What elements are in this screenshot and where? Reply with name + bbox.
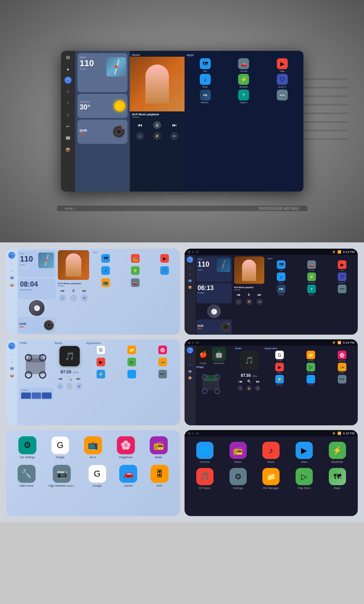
panel1-eq-icon[interactable]: ≡ — [81, 294, 88, 301]
nav-icon[interactable]: ↑ — [64, 99, 72, 107]
eq-icon[interactable]: ≡ — [170, 132, 178, 140]
p2-app-scan[interactable]: 🌸Imagescan — [148, 346, 178, 357]
pd2-search[interactable]: 🔍 — [247, 380, 251, 384]
p1-app-btmusic[interactable]: 🎵BT Music — [151, 266, 179, 277]
pause-button[interactable]: ⏸ — [153, 121, 161, 129]
panel2-apps-icon[interactable]: 📦 — [10, 374, 14, 378]
panel2-dark-nav[interactable]: ↑ — [189, 357, 191, 360]
panel1-dark-prev[interactable]: ⏮ — [237, 293, 240, 297]
panel2-dark-mic[interactable]: 🎤 — [187, 347, 193, 353]
panel2-bt-icon[interactable]: ⚡ — [66, 383, 73, 389]
p3-app-carsettings[interactable]: ⚙ Car Settings — [18, 436, 36, 459]
panel1-dark-home-icon[interactable]: ○ — [192, 250, 194, 254]
panel1-navi-card[interactable]: Navi 110 km/h — [18, 250, 56, 277]
pd3-app-chrome[interactable]: 🌐 Chrome — [196, 442, 213, 463]
bluetooth-icon[interactable]: ⚡ — [153, 132, 161, 140]
p3-app-google2[interactable]: G Google — [88, 465, 106, 487]
p3-app-hdr[interactable]: 📷 High definition recor... — [48, 465, 75, 487]
pd1-app-carinfo[interactable]: 🚗Car Info — [297, 260, 326, 271]
panel1-dark-mic[interactable]: 🎤 — [187, 256, 193, 263]
pd1-app-navi[interactable]: 🗺Navi — [267, 260, 296, 271]
pd2-app-radio[interactable]: 📻Radio — [327, 363, 357, 374]
panel3-home[interactable]: ○ — [192, 432, 194, 435]
pd3-app-radio[interactable]: 📻 Radio — [230, 442, 247, 463]
panel3-back[interactable]: ◁ — [188, 432, 190, 435]
panel1-dark-back-icon[interactable]: ◁ — [188, 250, 190, 254]
layout-bar-3[interactable] — [42, 393, 52, 399]
panel1-pause-btn[interactable]: ⏸ — [72, 289, 75, 293]
panel2-note-icon[interactable]: ♪ — [57, 383, 63, 389]
navi-card[interactable]: Navi 110 km/h — [77, 53, 127, 92]
panel2-dark-music-nav[interactable]: ♪ — [189, 363, 191, 367]
p1-app-carinfo[interactable]: 🚗Car Info — [121, 278, 150, 289]
p3-app-avin[interactable]: 📺 Av In — [84, 436, 102, 459]
panel1-dark-music-nav[interactable]: ♪ — [189, 272, 191, 276]
pd3-app-video[interactable]: ▶ Video — [296, 442, 313, 463]
pd2-app-chrome[interactable]: 🌐Chrome — [296, 375, 326, 386]
panel1-dvr-card[interactable]: DVR REC — [18, 317, 56, 333]
p3-app-google[interactable]: G Google — [51, 436, 69, 459]
pd2-app-more[interactable]: ••• — [327, 375, 357, 386]
pd3-app-playstore[interactable]: ▷ Play Store — [296, 468, 313, 489]
dvr-card[interactable]: DVR REC — [77, 120, 127, 144]
p1-app-avin[interactable]: 📺AV IN — [91, 278, 120, 289]
panel1-prev-btn[interactable]: ⏮ — [61, 289, 65, 293]
panel2-carplay-item[interactable]: 🍎 Carplay — [196, 347, 210, 364]
p2-app-google[interactable]: GGoogle — [86, 346, 116, 357]
p3-app-radio[interactable]: 📻 Radio — [150, 436, 168, 459]
apps-nav-icon[interactable]: 📦 — [64, 145, 72, 154]
panel1-note-icon[interactable]: ♪ — [59, 294, 66, 301]
pd1-app-junsun[interactable]: 🛡Junsun S. — [328, 272, 357, 283]
app-video[interactable]: ▶ Video — [264, 58, 301, 72]
pd3-app-music[interactable]: ♪ Music — [262, 442, 280, 463]
app-toppal[interactable]: T Toppal V. — [225, 90, 262, 104]
pd3-app-maps[interactable]: 🗺 Maps — [329, 468, 346, 489]
p2-app-video[interactable]: ▶Video — [86, 358, 116, 369]
panel1-dark-nav[interactable]: ↑ — [189, 266, 191, 269]
panel2-search-btn[interactable]: 🔍 — [67, 376, 72, 381]
back-icon[interactable]: ↩ — [64, 122, 72, 131]
music-nav-icon[interactable]: ♪ — [64, 110, 72, 119]
pd2-app-play[interactable]: ▷Play Store — [296, 363, 326, 374]
pd2-app-file[interactable]: 📁File Mgr — [296, 351, 326, 362]
p3-app-imagescan[interactable]: 🌸 ImageScan — [117, 436, 135, 459]
p1-app-bt[interactable]: ⚡Bluetooth — [121, 266, 150, 277]
home-icon[interactable]: ⌂ — [64, 87, 72, 95]
p1-app-music[interactable]: ♪Music — [91, 266, 120, 277]
panel2-nav-icon[interactable]: ↑ — [11, 353, 13, 357]
panel2-eq-icon[interactable]: ≡ — [76, 383, 82, 389]
panel2-prev-btn[interactable]: ⏮ — [59, 376, 63, 381]
p3-app-obdhome[interactable]: 🔧 OBD Home — [18, 465, 36, 487]
panel1-nav-icon[interactable]: ↑ — [11, 262, 13, 266]
app-carinfo[interactable]: 🚗 Car Info — [225, 58, 262, 72]
panel1-bt-icon[interactable]: ⚡ — [70, 294, 77, 301]
pd3-app-filemanager[interactable]: 📁 File Manager — [262, 468, 280, 489]
p2-app-playstore[interactable]: ▷Play Store — [117, 358, 147, 369]
panel1-dark-bt2[interactable]: ⚡ — [246, 299, 252, 305]
next-button[interactable]: ⏭ — [172, 122, 177, 128]
power-icon[interactable]: ⏻ — [64, 53, 72, 62]
p3-app-dsp[interactable]: 🎛 DSP — [151, 465, 169, 487]
pd2-app-video[interactable]: ▶Video — [265, 363, 295, 374]
panel2-music-icon[interactable]: ♪ — [11, 360, 13, 364]
pd2-app-scan[interactable]: 🌸Imagescan — [327, 351, 357, 362]
p2-app-radio[interactable]: 📻Radio — [148, 358, 178, 369]
music-note-icon[interactable]: ♪ — [136, 132, 144, 140]
pd2-prev[interactable]: ⏮ — [239, 380, 242, 384]
p1-app-radio[interactable]: 📻Radio — [121, 254, 150, 265]
p1-app-navi[interactable]: 🗺Navi — [91, 254, 120, 265]
pd1-app-music[interactable]: ♪Music — [267, 272, 296, 283]
p3-app-carinfo[interactable]: 🚗 CarInfo — [119, 465, 137, 487]
panel2-recents[interactable]: □ — [196, 341, 198, 344]
app-network[interactable]: FM Network... — [187, 90, 224, 104]
p2-app-more[interactable]: ••• — [148, 370, 178, 381]
panel1-music-icon[interactable]: ♪ — [11, 269, 13, 273]
app-junsun[interactable]: 🛡 Junsun S. — [264, 74, 301, 88]
pd3-app-btmusic[interactable]: 🎵 BT Music — [196, 468, 213, 489]
settings-icon[interactable]: ● — [64, 65, 72, 73]
pd1-app-video[interactable]: ▶Video — [328, 260, 357, 271]
panel1-dark-note[interactable]: ♪ — [235, 299, 242, 305]
panel1-mic-icon[interactable]: 🎤 — [8, 252, 15, 259]
layout-bar-1[interactable] — [21, 393, 31, 399]
p2-app-bt[interactable]: ⚡Bluetooth — [86, 370, 116, 381]
